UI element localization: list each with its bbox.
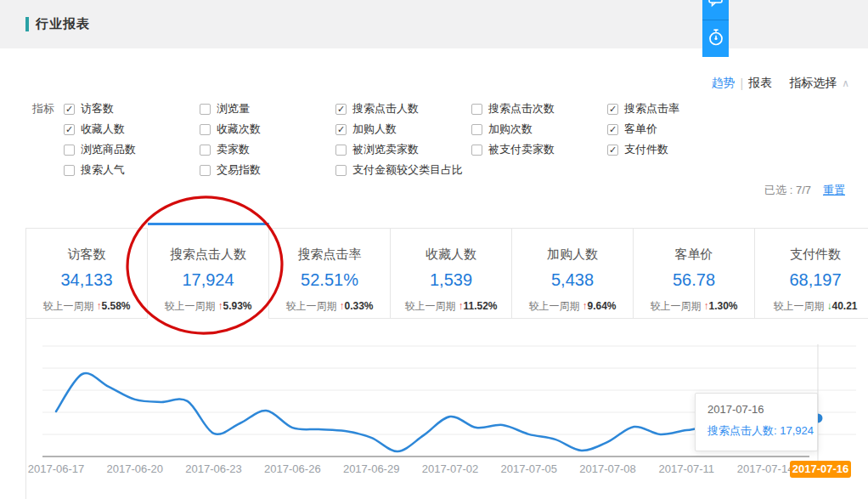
reset-button[interactable]: 重置 — [823, 183, 845, 198]
metric-checkbox-panel: 指标 ✓访客数✓收藏人数✓浏览商品数✓搜索人气✓浏览量✓收藏次数✓卖家数✓交易指… — [32, 99, 743, 180]
metric-card-tab[interactable]: 访客数34,133较上一周期↑5.58% — [26, 228, 148, 319]
metric-card-value: 17,924 — [148, 270, 268, 290]
metric-checkbox-item[interactable]: ✓支付件数 — [607, 139, 743, 160]
change-value: 40.21 — [831, 300, 857, 312]
industry-report-screen: 行业报表 趋势 — [0, 0, 868, 499]
metric-card-value: 52.51% — [269, 270, 390, 290]
check-icon: ✓ — [65, 105, 73, 114]
metric-checkbox-label: 搜索人气 — [81, 160, 125, 180]
checkbox-checked[interactable]: ✓ — [607, 104, 618, 115]
metric-checkbox-label: 卖家数 — [217, 139, 250, 160]
checkbox-unchecked[interactable]: ✓ — [335, 165, 347, 176]
metric-checkbox-label: 收藏人数 — [81, 119, 125, 139]
check-icon: ✓ — [609, 105, 617, 114]
change-value: 0.33% — [344, 300, 373, 312]
change-value: 5.93% — [223, 300, 251, 312]
metric-checkbox-item[interactable]: ✓客单价 — [607, 119, 743, 139]
metric-card-title: 搜索点击率 — [269, 247, 390, 263]
metric-checkbox-item[interactable]: ✓搜索点击人数 — [335, 99, 471, 119]
compare-label: 较上一周期 — [285, 300, 336, 312]
metrics-label: 指标 — [32, 99, 58, 119]
metric-card-tab[interactable]: 搜索点击率52.51%较上一周期↑0.33% — [269, 228, 391, 319]
metric-card-title: 搜索点击人数 — [148, 247, 268, 263]
metric-checkbox-item[interactable]: ✓浏览商品数 — [64, 139, 200, 160]
metric-card-value: 34,133 — [26, 270, 147, 290]
metric-checkbox-item[interactable]: ✓交易指数 — [200, 160, 335, 180]
metric-card-tab[interactable]: 搜索点击人数17,924较上一周期↑5.93% — [148, 223, 269, 319]
feedback-button[interactable] — [702, 0, 729, 20]
metric-card-title: 加购人数 — [512, 247, 633, 263]
metric-checkbox-item[interactable]: ✓加购人数 — [335, 119, 471, 139]
checkbox-unchecked[interactable]: ✓ — [471, 104, 482, 115]
metric-checkbox-item[interactable]: ✓被支付卖家数 — [471, 139, 607, 160]
metric-checkbox-label: 收藏次数 — [217, 119, 261, 139]
metric-checkbox-label: 搜索点击人数 — [352, 99, 419, 119]
metric-checkbox-label: 浏览量 — [217, 99, 250, 119]
metric-checkbox-label: 搜索点击次数 — [488, 99, 555, 119]
metric-card-change: 较上一周期↑0.33% — [269, 299, 390, 314]
metric-card-value: 68,197 — [755, 270, 868, 290]
chart-tooltip: 2017-07-16 搜索点击人数: 17,924 — [695, 393, 818, 451]
metric-checkbox-label: 搜索点击率 — [624, 99, 679, 119]
checkbox-unchecked[interactable]: ✓ — [200, 124, 211, 135]
page-title-wrap: 行业报表 — [25, 16, 90, 32]
checkbox-unchecked[interactable]: ✓ — [471, 145, 482, 156]
checkbox-unchecked[interactable]: ✓ — [200, 145, 211, 156]
metric-card-change: 较上一周期↑1.30% — [634, 299, 754, 314]
metric-checkbox-label: 支付件数 — [624, 139, 668, 160]
metric-card-value: 56.78 — [634, 270, 754, 290]
metric-checkbox-item[interactable]: ✓卖家数 — [200, 139, 335, 160]
checkbox-unchecked[interactable]: ✓ — [64, 165, 75, 176]
metric-checkbox-item[interactable]: ✓收藏次数 — [200, 119, 335, 139]
metric-checkbox-label: 被浏览卖家数 — [352, 139, 419, 160]
metric-card-change: 较上一周期↑5.93% — [148, 299, 268, 314]
compare-label: 较上一周期 — [42, 300, 93, 312]
check-icon: ✓ — [609, 125, 617, 134]
metric-card-tab[interactable]: 客单价56.78较上一周期↑1.30% — [634, 228, 755, 319]
tab-report[interactable]: 报表 — [748, 76, 772, 91]
metric-checkbox-item[interactable]: ✓被浏览卖家数 — [335, 139, 471, 160]
checkbox-checked[interactable]: ✓ — [607, 124, 618, 135]
checkbox-checked[interactable]: ✓ — [64, 104, 75, 115]
metric-checkbox-label: 支付金额较父类目占比 — [352, 160, 463, 180]
metric-card-value: 5,438 — [512, 270, 633, 290]
metric-card-title: 收藏人数 — [391, 247, 511, 263]
metric-checkbox-item[interactable]: ✓搜索点击次数 — [471, 99, 607, 119]
compare-label: 较上一周期 — [164, 300, 215, 312]
metric-card-tab[interactable]: 加购人数5,438较上一周期↑9.64% — [512, 228, 634, 319]
metric-card-tab[interactable]: 支付件数68,197较上一周期↓40.21 — [755, 228, 868, 319]
change-value: 1.30% — [708, 300, 737, 312]
change-value: 11.52% — [463, 300, 497, 312]
metric-card-tab[interactable]: 收藏人数1,539较上一周期↑11.52% — [391, 228, 512, 319]
checkbox-checked[interactable]: ✓ — [607, 145, 618, 156]
metric-checkbox-item[interactable]: ✓收藏人数 — [64, 119, 200, 139]
checkbox-checked[interactable]: ✓ — [335, 104, 347, 115]
metric-checkbox-label: 访客数 — [81, 99, 114, 119]
checkbox-unchecked[interactable]: ✓ — [335, 145, 347, 156]
change-value: 9.64% — [587, 300, 616, 312]
tab-trend[interactable]: 趋势 — [712, 76, 736, 91]
checkbox-unchecked[interactable]: ✓ — [200, 165, 211, 176]
chevron-up-icon[interactable]: ∧ — [842, 77, 849, 89]
metric-checkbox-item[interactable]: ✓访客数 — [64, 99, 200, 119]
check-icon: ✓ — [337, 125, 345, 134]
checkbox-unchecked[interactable]: ✓ — [64, 145, 75, 156]
checkbox-unchecked[interactable]: ✓ — [200, 104, 211, 115]
metric-checkbox-label: 交易指数 — [217, 160, 261, 180]
view-switcher-separator: | — [741, 77, 744, 90]
metric-checkbox-item[interactable]: ✓搜索人气 — [64, 160, 200, 180]
checkbox-checked[interactable]: ✓ — [64, 124, 75, 135]
metric-checkbox-item[interactable]: ✓搜索点击率 — [607, 99, 743, 119]
metric-checkbox-item[interactable]: ✓浏览量 — [200, 99, 335, 119]
chat-bubble-icon — [707, 0, 724, 11]
page-title: 行业报表 — [36, 16, 90, 32]
checkbox-checked[interactable]: ✓ — [335, 124, 347, 135]
compare-label: 较上一周期 — [404, 300, 455, 312]
metric-checkbox-item[interactable]: ✓支付金额较父类目占比 — [335, 160, 471, 180]
metric-checkbox-item[interactable]: ✓加购次数 — [471, 119, 607, 139]
timer-button[interactable] — [702, 20, 729, 57]
metric-cards-row: 访客数34,133较上一周期↑5.58%搜索点击人数17,924较上一周期↑5.… — [25, 228, 868, 319]
metric-select-toggle[interactable]: 指标选择 — [789, 76, 837, 91]
metric-card-value: 1,539 — [391, 270, 511, 290]
checkbox-unchecked[interactable]: ✓ — [471, 124, 482, 135]
